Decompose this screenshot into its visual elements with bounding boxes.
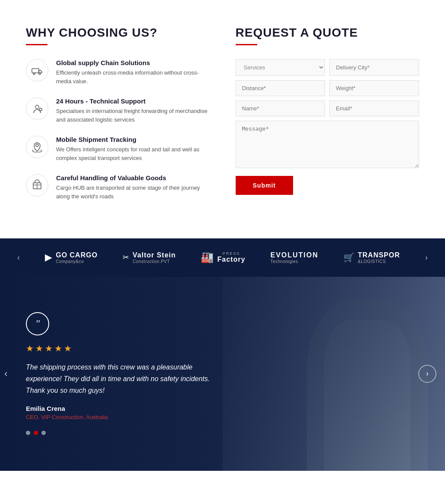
testimonial-content: " ★ ★ ★ ★ ★ The shipping process with th… [0, 286, 242, 461]
tracking-text: Mobile Shipment Tracking We Offers intel… [56, 136, 210, 162]
testimonial-section: ‹ " ★ ★ ★ ★ ★ The shipping process with … [0, 277, 445, 471]
testimonial-quote: The shipping process with this crew was … [26, 361, 216, 397]
go-cargo-sub: Company&co [56, 259, 98, 264]
dot-1[interactable] [26, 431, 30, 435]
supply-chain-icon [26, 59, 48, 81]
transpor-sub: &LOGISTICS [358, 259, 400, 264]
tech-support-title: 24 Hours - Technical Support [56, 97, 210, 105]
partner-evolution: EVOLUTION Technologies [270, 251, 318, 264]
factory-main-text: Factory [217, 256, 245, 263]
partners-bar: ‹ ▶ GO CARGO Company&co ✂ Valtor Stein C… [0, 238, 445, 277]
go-cargo-icon: ▶ [45, 252, 52, 263]
email-input[interactable] [329, 100, 419, 116]
valtor-main: Valtor Stein [133, 251, 176, 259]
tracking-desc: We Offers intellgent concepts for road a… [56, 145, 210, 162]
tech-support-icon [26, 97, 48, 120]
partners-prev-arrow[interactable]: ‹ [17, 253, 20, 262]
transpor-icon: 🛒 [344, 252, 354, 263]
go-cargo-main: GO CARGO [56, 251, 98, 259]
star-5: ★ [64, 343, 72, 354]
svg-rect-0 [32, 69, 39, 73]
star-3: ★ [45, 343, 53, 354]
valtor-sub: Construction.PVT [133, 259, 176, 264]
handling-icon [26, 174, 48, 197]
tech-support-desc: Specialises in international freight for… [56, 107, 210, 124]
svg-point-4 [39, 108, 42, 111]
partner-valtor-stein: ✂ Valtor Stein Construction.PVT [123, 251, 176, 264]
feature-tracking: Mobile Shipment Tracking We Offers intel… [26, 136, 210, 162]
handling-text: Careful Handling of Valuable Goods Cargo… [56, 174, 210, 200]
supply-chain-title: Global supply Chain Solutions [56, 59, 210, 66]
svg-point-5 [36, 144, 38, 147]
transpor-main: TRANSPOR [358, 251, 400, 259]
handling-title: Careful Handling of Valuable Goods [56, 174, 210, 182]
testimonial-name: Emilia Crena [26, 405, 216, 412]
star-1: ★ [26, 343, 34, 354]
distance-input[interactable] [236, 80, 325, 96]
top-section: WHY CHOOSING US? Global supply Chain Sol… [0, 0, 445, 238]
quote-underline [236, 44, 257, 45]
partner-transpor: 🛒 TRANSPOR &LOGISTICS [344, 251, 400, 264]
quote-icon: " [26, 312, 49, 335]
name-input[interactable] [236, 100, 325, 116]
factory-icon: 🏭 [201, 251, 214, 263]
feature-supply-chain: Global supply Chain Solutions Efficientl… [26, 59, 210, 85]
star-2: ★ [35, 343, 43, 354]
form-row-1: Services [236, 59, 420, 76]
feature-handling: Careful Handling of Valuable Goods Cargo… [26, 174, 210, 200]
svg-point-2 [39, 73, 41, 75]
delivery-city-input[interactable] [329, 59, 419, 76]
services-select[interactable]: Services [236, 59, 325, 76]
testimonial-prev-arrow[interactable]: ‹ [4, 368, 7, 379]
testimonial-role: CEO, VIP Construction, Australia [26, 414, 216, 420]
handling-desc: Cargo HUB are transported at some stage … [56, 184, 210, 200]
svg-point-3 [35, 105, 39, 109]
evolution-sub: Technologies [270, 259, 318, 264]
weight-input[interactable] [329, 80, 419, 96]
supply-chain-text: Global supply Chain Solutions Efficientl… [56, 59, 210, 85]
why-choosing-col: WHY CHOOSING US? Global supply Chain Sol… [26, 26, 210, 213]
dot-2[interactable] [34, 431, 38, 435]
tech-support-text: 24 Hours - Technical Support Specialises… [56, 97, 210, 124]
partner-go-cargo: ▶ GO CARGO Company&co [45, 251, 98, 264]
tracking-icon [26, 136, 48, 158]
stars-row: ★ ★ ★ ★ ★ [26, 343, 216, 354]
partner-factory-press: 🏭 Press Factory [201, 251, 245, 263]
form-row-2 [236, 80, 420, 96]
partners-next-arrow[interactable]: › [425, 253, 428, 262]
feature-tech-support: 24 Hours - Technical Support Specialises… [26, 97, 210, 124]
why-title: WHY CHOOSING US? [26, 26, 210, 40]
star-4: ★ [54, 343, 62, 354]
testimonial-dots [26, 431, 216, 435]
form-row-3 [236, 100, 420, 116]
quote-col: REQUEST A QUOTE Services Submit [236, 26, 420, 213]
supply-chain-desc: Efficiently unleash cross-media informat… [56, 69, 210, 85]
valtor-icon: ✂ [123, 253, 129, 262]
testimonial-next-arrow[interactable]: › [418, 365, 436, 383]
evolution-main: EVOLUTION [270, 251, 318, 259]
why-underline [26, 44, 47, 45]
submit-button[interactable]: Submit [236, 176, 293, 195]
dot-3[interactable] [41, 431, 46, 435]
message-textarea[interactable] [236, 121, 420, 168]
quote-title: REQUEST A QUOTE [236, 26, 420, 40]
tracking-title: Mobile Shipment Tracking [56, 136, 210, 143]
svg-point-1 [33, 73, 35, 75]
factory-press-text: Press [217, 251, 245, 256]
